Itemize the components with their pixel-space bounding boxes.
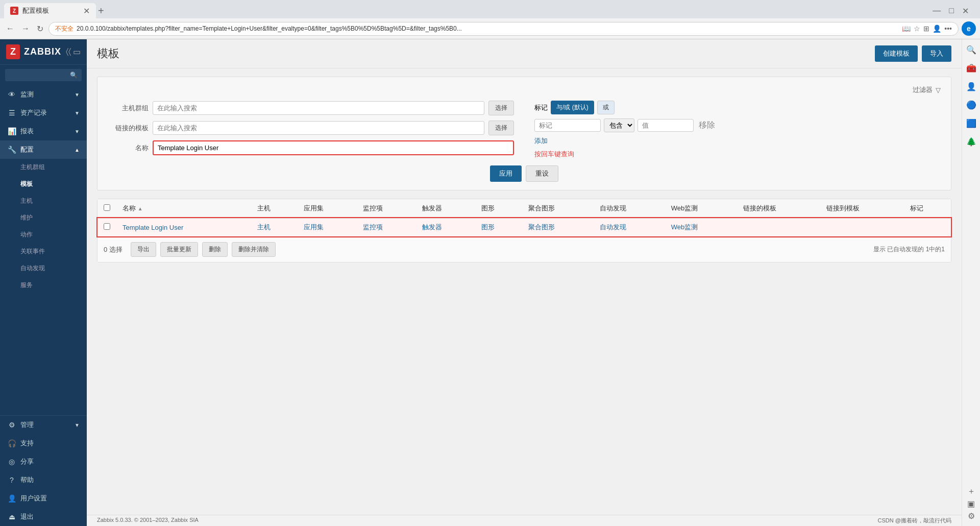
delete-btn[interactable]: 删除 xyxy=(202,242,228,257)
forward-btn[interactable]: → xyxy=(19,24,32,33)
reset-btn[interactable]: 重设 xyxy=(526,165,558,182)
maximize-btn[interactable]: □ xyxy=(946,6,957,16)
support-icon: 🎧 xyxy=(7,439,16,447)
browser-tab[interactable]: Z 配置模板 ✕ xyxy=(4,3,96,18)
tag-mode-or-btn[interactable]: 或 xyxy=(597,101,615,114)
sidebar-item-host-groups[interactable]: 主机群组 xyxy=(0,159,87,176)
back-btn[interactable]: ← xyxy=(4,24,16,33)
row-hosts-cell: 主机 xyxy=(251,218,298,236)
rs-outlook-icon[interactable]: 🟦 xyxy=(965,117,977,129)
sidebar-item-manage[interactable]: ⚙ 管理 ▼ xyxy=(0,416,87,434)
favorites-icon[interactable]: ☆ xyxy=(914,25,920,33)
th-graphs: 图形 xyxy=(475,199,522,218)
linked-template-select-btn[interactable]: 选择 xyxy=(488,121,514,135)
name-input[interactable] xyxy=(153,140,514,155)
sidebar-item-maintenance[interactable]: 维护 xyxy=(0,209,87,226)
filter-icon: ▽ xyxy=(936,86,941,94)
collapse-icon[interactable]: 〈〈 xyxy=(66,47,71,57)
linked-template-input[interactable] xyxy=(153,121,484,135)
address-bar[interactable]: 不安全 20.0.0.100/zabbix/templates.php?filt… xyxy=(48,22,959,36)
collections-icon[interactable]: ⊞ xyxy=(923,25,929,33)
filter-panel: 过滤器 ▽ 主机群组 选择 链接的模板 xyxy=(97,77,951,190)
sidebar-item-reports[interactable]: 📊 报表 ▼ xyxy=(0,122,87,140)
sidebar-item-discovery[interactable]: 自动发现 xyxy=(0,260,87,277)
logout-icon: ⏏ xyxy=(7,513,16,521)
row-graphs-cell: 图形 xyxy=(475,218,522,236)
apply-btn[interactable]: 应用 xyxy=(490,165,522,182)
sidebar-item-templates[interactable]: 模板 xyxy=(0,176,87,193)
sidebar-search-box[interactable]: 🔍 xyxy=(0,65,87,85)
more-icon[interactable]: ••• xyxy=(944,25,952,33)
rs-search-icon[interactable]: 🔍 xyxy=(965,43,977,56)
create-template-btn[interactable]: 创建模板 xyxy=(875,45,918,62)
items-link[interactable]: 监控项 xyxy=(363,223,383,231)
sidebar-bottom: ⚙ 管理 ▼ 🎧 支持 ◎ 分享 ? 帮助 👤 用户设置 ⏏ 退 xyxy=(0,415,87,526)
sidebar-controls[interactable]: 〈〈 ▭ xyxy=(66,47,81,57)
tag-condition-select[interactable]: 包含 等于 xyxy=(604,118,634,132)
expand-icon[interactable]: ▭ xyxy=(73,47,81,57)
discovery-link[interactable]: 自动发现 xyxy=(600,223,626,231)
row-checkbox[interactable] xyxy=(104,223,110,230)
name-label: 名称 xyxy=(108,144,149,153)
sidebar-item-share[interactable]: ◎ 分享 xyxy=(0,452,87,471)
hosts-link[interactable]: 主机 xyxy=(257,223,271,231)
sidebar-item-support[interactable]: 🎧 支持 xyxy=(0,434,87,452)
sidebar-item-monitor[interactable]: 👁 监测 ▼ xyxy=(0,85,87,104)
sidebar-item-user-settings[interactable]: 👤 用户设置 xyxy=(0,489,87,508)
rs-person-icon[interactable]: 👤 xyxy=(965,80,977,92)
apps-link[interactable]: 应用集 xyxy=(304,223,324,231)
filter-body: 主机群组 选择 链接的模板 选择 名称 xyxy=(108,101,941,160)
sidebar-item-services[interactable]: 服务 xyxy=(0,277,87,294)
sidebar-item-help[interactable]: ? 帮助 xyxy=(0,471,87,489)
profile-icon[interactable]: 👤 xyxy=(933,25,941,33)
select-all-checkbox[interactable] xyxy=(104,204,110,211)
selected-count: 0 选择 xyxy=(104,245,122,254)
close-window-btn[interactable]: ✕ xyxy=(959,6,972,16)
tag-name-input[interactable] xyxy=(534,119,601,132)
sidebar-item-config[interactable]: 🔧 配置 ▲ xyxy=(0,140,87,159)
delete-clear-btn[interactable]: 删除并清除 xyxy=(232,242,276,257)
sidebar-item-actions[interactable]: 动作 xyxy=(0,226,87,243)
row-items-cell: 监控项 xyxy=(357,218,416,236)
config-arrow: ▲ xyxy=(75,147,80,153)
read-mode-icon[interactable]: 📖 xyxy=(902,25,911,33)
rs-tools-icon[interactable]: 🧰 xyxy=(965,62,977,74)
graphs-link[interactable]: 图形 xyxy=(481,223,495,231)
add-tag-link[interactable]: 添加 xyxy=(534,137,548,145)
tag-mode-and-btn[interactable]: 与/或 (默认) xyxy=(551,101,594,114)
rs-tree-icon[interactable]: 🌲 xyxy=(965,135,977,148)
filter-toggle-label[interactable]: 过滤器 ▽ xyxy=(913,85,941,94)
screens-link[interactable]: 聚合图形 xyxy=(528,223,555,231)
rs-layout-icon[interactable]: ▣ xyxy=(965,497,977,510)
row-checkbox-cell[interactable] xyxy=(97,218,116,236)
new-tab-btn[interactable]: + xyxy=(98,5,104,17)
rs-puzzle-icon[interactable]: 🔵 xyxy=(965,99,977,111)
import-btn[interactable]: 导入 xyxy=(922,45,951,62)
triggers-link[interactable]: 触发器 xyxy=(422,223,442,231)
zabbix-z-logo: Z xyxy=(6,44,20,59)
tab-close-btn[interactable]: ✕ xyxy=(83,6,90,16)
th-name[interactable]: 名称 ▲ xyxy=(116,199,251,218)
rs-settings-icon[interactable]: ⚙ xyxy=(965,510,977,522)
host-group-input[interactable] xyxy=(153,101,484,115)
sidebar-item-logout[interactable]: ⏏ 退出 xyxy=(0,508,87,526)
export-btn[interactable]: 导出 xyxy=(131,242,156,257)
host-group-select-btn[interactable]: 选择 xyxy=(488,101,514,115)
sidebar-search-input[interactable] xyxy=(9,71,67,79)
main-content: 模板 创建模板 导入 过滤器 ▽ 主机群组 xyxy=(87,39,962,526)
sidebar-item-assets[interactable]: ☰ 资产记录 ▼ xyxy=(0,104,87,122)
template-name-link[interactable]: Template Login User xyxy=(122,224,183,231)
refresh-btn[interactable]: ↻ xyxy=(35,24,45,34)
url-text: 20.0.0.100/zabbix/templates.php?filter_n… xyxy=(77,25,899,32)
rs-plus-icon[interactable]: ＋ xyxy=(965,485,977,497)
tags-row: 标记 与/或 (默认) 或 xyxy=(534,101,941,114)
batch-update-btn[interactable]: 批量更新 xyxy=(160,242,198,257)
minimize-btn[interactable]: — xyxy=(929,6,944,16)
th-hosts: 主机 xyxy=(251,199,298,218)
sidebar-item-events[interactable]: 关联事件 xyxy=(0,243,87,260)
web-link[interactable]: Web监测 xyxy=(671,223,698,231)
page-title: 模板 xyxy=(97,46,119,61)
tag-remove-btn[interactable]: 移除 xyxy=(697,120,717,131)
sidebar-item-hosts[interactable]: 主机 xyxy=(0,193,87,209)
tag-value-input[interactable] xyxy=(638,119,694,132)
